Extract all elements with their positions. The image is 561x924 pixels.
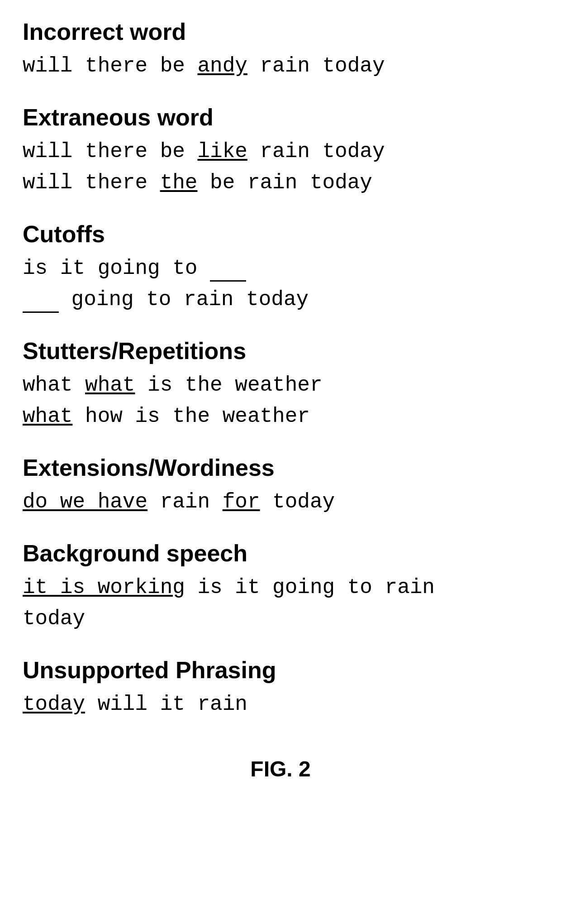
- underlined-word: the: [160, 171, 198, 195]
- section-extensions-wordiness: Extensions/Wordinessdo we have rain for …: [23, 454, 538, 518]
- normal-text: rain today: [247, 140, 385, 163]
- line-unsupported-phrasing-0: today will it rain: [23, 689, 538, 720]
- underlined-word: what: [85, 373, 135, 397]
- section-content-unsupported-phrasing: today will it rain: [23, 689, 538, 720]
- blank-placeholder: [23, 311, 59, 313]
- normal-text: what: [23, 373, 85, 397]
- underlined-word: what: [23, 405, 72, 428]
- normal-text: will there: [23, 171, 160, 195]
- normal-text: rain: [147, 490, 223, 514]
- line-background-speech-1: today: [23, 603, 538, 635]
- normal-text: how is the weather: [72, 405, 310, 428]
- section-cutoffs: Cutoffsis it going to going to rain toda…: [23, 220, 538, 316]
- underlined-word: it is working: [23, 576, 185, 599]
- section-content-stutters-repetitions: what what is the weatherwhat how is the …: [23, 370, 538, 432]
- figure-label: FIG. 2: [23, 756, 538, 781]
- line-background-speech-0: it is working is it going to rain: [23, 572, 538, 603]
- line-cutoffs-1: going to rain today: [23, 284, 538, 316]
- normal-text: rain today: [247, 54, 385, 78]
- blank-placeholder: [210, 280, 246, 282]
- line-extensions-wordiness-0: do we have rain for today: [23, 487, 538, 518]
- section-title-extensions-wordiness: Extensions/Wordiness: [23, 454, 538, 481]
- normal-text: will there be: [23, 140, 197, 163]
- section-title-cutoffs: Cutoffs: [23, 220, 538, 248]
- section-title-stutters-repetitions: Stutters/Repetitions: [23, 337, 538, 364]
- normal-text: will there be: [23, 54, 197, 78]
- underlined-word: do we have: [23, 490, 147, 514]
- normal-text: today: [23, 607, 85, 631]
- line-cutoffs-0: is it going to: [23, 253, 538, 284]
- section-incorrect-word: Incorrect wordwill there be andy rain to…: [23, 18, 538, 82]
- section-content-extensions-wordiness: do we have rain for today: [23, 487, 538, 518]
- normal-text: is the weather: [135, 373, 322, 397]
- line-extraneous-word-1: will there the be rain today: [23, 168, 538, 199]
- section-unsupported-phrasing: Unsupported Phrasingtoday will it rain: [23, 656, 538, 720]
- section-extraneous-word: Extraneous wordwill there be like rain t…: [23, 104, 538, 199]
- line-extraneous-word-0: will there be like rain today: [23, 136, 538, 168]
- underlined-word: today: [23, 693, 85, 716]
- section-title-background-speech: Background speech: [23, 540, 538, 567]
- normal-text: today: [260, 490, 335, 514]
- normal-text: is it going to: [23, 257, 210, 280]
- line-incorrect-word-0: will there be andy rain today: [23, 51, 538, 82]
- section-title-incorrect-word: Incorrect word: [23, 18, 538, 45]
- section-title-extraneous-word: Extraneous word: [23, 104, 538, 131]
- line-stutters-repetitions-1: what how is the weather: [23, 401, 538, 432]
- normal-text: going to rain today: [59, 288, 309, 311]
- section-stutters-repetitions: Stutters/Repetitionswhat what is the wea…: [23, 337, 538, 432]
- underlined-word: like: [197, 140, 247, 163]
- line-stutters-repetitions-0: what what is the weather: [23, 370, 538, 401]
- normal-text: be rain today: [197, 171, 372, 195]
- normal-text: will it rain: [85, 693, 247, 716]
- section-content-cutoffs: is it going to going to rain today: [23, 253, 538, 316]
- section-background-speech: Background speechit is working is it goi…: [23, 540, 538, 635]
- underlined-word: for: [223, 490, 260, 514]
- section-content-extraneous-word: will there be like rain todaywill there …: [23, 136, 538, 199]
- section-content-background-speech: it is working is it going to raintoday: [23, 572, 538, 635]
- section-title-unsupported-phrasing: Unsupported Phrasing: [23, 656, 538, 684]
- section-content-incorrect-word: will there be andy rain today: [23, 51, 538, 82]
- normal-text: is it going to rain: [185, 576, 435, 599]
- underlined-word: andy: [197, 54, 247, 78]
